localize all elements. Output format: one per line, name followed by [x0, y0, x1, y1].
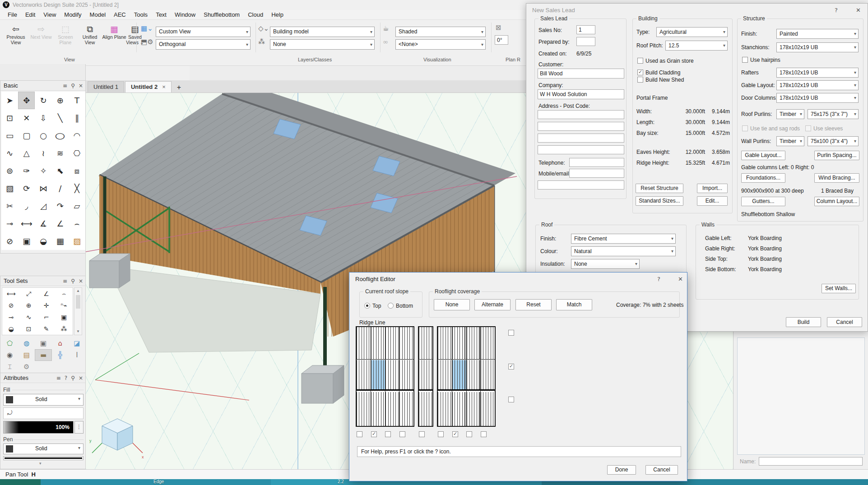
chain-dimension[interactable]: ⁿ⌁: [55, 300, 73, 311]
rooflight-column-3[interactable]: [385, 327, 400, 426]
rooflight-cell[interactable]: [371, 392, 385, 426]
purlin-spacing-button[interactable]: Purlin Spacing...: [814, 151, 859, 160]
bay-column-checkbox-5[interactable]: [419, 431, 425, 437]
bay-column-checkbox-6[interactable]: [438, 431, 444, 437]
background-select[interactable]: <None>: [395, 39, 486, 50]
mobile-email-input[interactable]: [569, 169, 624, 178]
use-tie-checkbox[interactable]: [742, 125, 748, 131]
tape-measure-tool[interactable]: ▣: [18, 232, 35, 250]
shear-tool[interactable]: ∕: [52, 180, 69, 197]
bay-column-checkbox-9[interactable]: [481, 431, 487, 437]
label-tool[interactable]: ⊡: [20, 323, 37, 335]
coverage-none-button[interactable]: None: [434, 299, 470, 310]
sales-no-input[interactable]: [576, 25, 595, 34]
basic-palette-header[interactable]: Basic ≡⚲×: [0, 81, 85, 91]
address-line-3-input[interactable]: [538, 134, 624, 143]
building-toolset[interactable]: ⌂: [52, 337, 69, 349]
bay-column-checkbox-7[interactable]: [452, 431, 458, 437]
rooflight-column-4[interactable]: [399, 327, 413, 426]
diameter-dimension-tool[interactable]: ⊘: [1, 232, 18, 250]
render-cube-icon[interactable]: ⬒⚙: [141, 38, 153, 46]
structure-finish-select[interactable]: Painted: [776, 29, 859, 39]
tape-measure[interactable]: ▣: [55, 311, 73, 323]
protractor-tool[interactable]: ◒: [35, 232, 51, 250]
roof-insulation-select[interactable]: None: [571, 259, 640, 269]
rooflight-cell[interactable]: [371, 360, 385, 391]
rooflight-column-9[interactable]: [481, 327, 495, 426]
fill-style-select[interactable]: Solid ▾: [3, 394, 84, 406]
menu-help[interactable]: Help: [267, 10, 288, 19]
rooflight-cell[interactable]: [399, 392, 413, 426]
roof-purlins-material-select[interactable]: Timber: [776, 109, 804, 119]
rooflight-cell[interactable]: [357, 327, 371, 360]
render-mode-select[interactable]: Shaded: [395, 27, 486, 37]
steel-toolset[interactable]: I: [69, 349, 85, 361]
view-cube[interactable]: y x: [89, 419, 144, 459]
rooflight-cell[interactable]: [438, 392, 452, 426]
scroll-up-icon[interactable]: ▲: [74, 288, 82, 293]
gable-layout-button[interactable]: Gable Layout...: [741, 151, 785, 160]
intersect-tool[interactable]: ╳: [69, 180, 85, 197]
new-tab-button[interactable]: +: [172, 83, 186, 92]
curved-dimension-tool[interactable]: ⌢: [69, 215, 85, 232]
sales-lead-help-button[interactable]: ?: [835, 7, 838, 14]
address-line-1-input[interactable]: [538, 110, 624, 119]
line-tool[interactable]: ╲: [52, 109, 69, 127]
rooflight-cell[interactable]: [385, 392, 399, 426]
scroll-thumb[interactable]: [76, 295, 80, 309]
ridge-row-checkbox-2[interactable]: [508, 364, 514, 370]
double-line-tool[interactable]: ∥: [69, 109, 85, 127]
foundations-button[interactable]: Foundations...: [741, 173, 785, 183]
tool-sets-palette-header[interactable]: Tool Sets ≡⚲×: [0, 276, 85, 286]
prepared-by-input[interactable]: [576, 37, 595, 46]
fill-resource-row[interactable]: ⤾: [3, 407, 84, 419]
text-tool[interactable]: T: [69, 92, 85, 109]
menu-shufflebottom[interactable]: Shufflebottom: [200, 10, 244, 19]
rooflight-cell[interactable]: [419, 392, 432, 426]
rotate-plan-icon[interactable]: ⊠: [496, 23, 501, 32]
rooflight-cell[interactable]: [371, 327, 385, 360]
polyline-tool[interactable]: ≀: [35, 144, 51, 162]
grid-tool[interactable]: ▦: [52, 232, 69, 250]
previous-view-button[interactable]: ⇦Previous View: [4, 23, 28, 45]
coverage-alternate-button[interactable]: Alternate: [474, 299, 511, 310]
rooflight-column-7[interactable]: [452, 327, 467, 426]
pen-color-swatch[interactable]: [6, 445, 13, 453]
rooflight-cell[interactable]: [438, 360, 452, 391]
roof-purlins-size-select[interactable]: 75x175 (3"x 7"): [808, 109, 859, 119]
set-walls-button[interactable]: Set Walls...: [822, 284, 856, 293]
rooflight-cell[interactable]: [357, 360, 371, 391]
pencil-tool[interactable]: ✎: [37, 323, 55, 335]
trim-tool[interactable]: ✂: [1, 197, 18, 215]
classes-icon[interactable]: ⁂: [258, 38, 265, 46]
rooflight-cell[interactable]: [481, 392, 495, 426]
connect-combine-tool[interactable]: ⊸: [1, 215, 18, 232]
ellipse-tool[interactable]: ○: [52, 127, 69, 144]
tool-sets-scrollbar[interactable]: ▲ ▼: [74, 287, 82, 335]
swap-icon[interactable]: ⤾: [7, 409, 13, 417]
rooflight-panel-grid[interactable]: [356, 326, 505, 427]
telephone-input[interactable]: [569, 158, 624, 167]
rooflight-column-8[interactable]: [467, 327, 481, 426]
linear-dimension-tool[interactable]: ⟷: [18, 215, 35, 232]
plumbing-toolset[interactable]: ╬: [52, 349, 69, 361]
angular-dimension[interactable]: ⤢: [20, 288, 37, 300]
spiral-tool[interactable]: ⊚: [1, 162, 18, 180]
menu-aec[interactable]: AEC: [110, 10, 130, 19]
layers-select[interactable]: Building model: [270, 27, 375, 37]
bay-column-checkbox-3[interactable]: [385, 431, 391, 437]
render-teapot-icon[interactable]: ☕: [383, 24, 389, 32]
rectangle-tool[interactable]: ▭: [1, 127, 18, 144]
rooflight-cell[interactable]: [419, 327, 432, 360]
reshape-tool[interactable]: ▧: [1, 180, 18, 197]
3d-polygon-tool[interactable]: ≋: [52, 144, 69, 162]
rooflight-close-button[interactable]: ✕: [678, 276, 683, 282]
attributes-menu-icon[interactable]: ≡: [56, 375, 61, 381]
slope-top-radio[interactable]: [364, 303, 370, 309]
scroll-down-icon[interactable]: ▼: [76, 329, 80, 333]
customer-input[interactable]: [538, 69, 624, 79]
rooflight-cell[interactable]: [385, 360, 399, 391]
bay-column-checkbox-1[interactable]: [357, 431, 362, 437]
rooflight-cell[interactable]: [452, 392, 466, 426]
rooflight-column-1[interactable]: [357, 327, 371, 426]
